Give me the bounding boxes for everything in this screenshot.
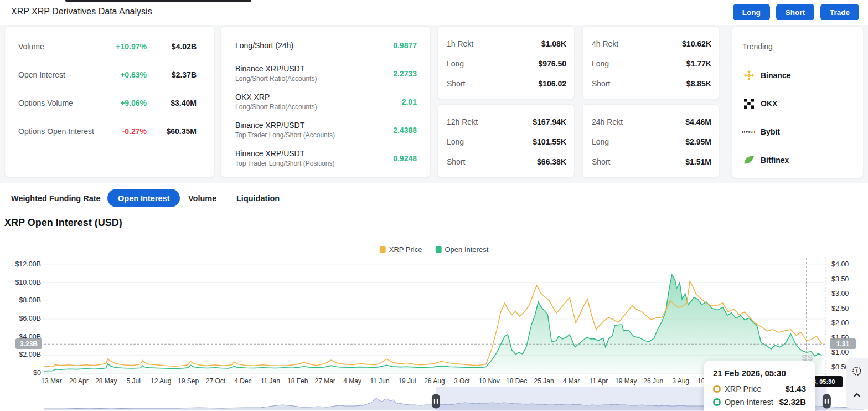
- crosshair-right-badge: 1.31: [830, 338, 856, 349]
- okx-logo: [742, 99, 756, 109]
- handle-bar: [434, 399, 435, 404]
- trending-item-bitfinex[interactable]: Bitfinex: [742, 153, 789, 167]
- y-left-label: $6.00B: [10, 315, 41, 322]
- ratio-subtitle: Top Trader Long/Short (Positions): [235, 160, 393, 167]
- legend-swatch: [380, 246, 386, 253]
- tooltip-series-dot: [713, 398, 721, 406]
- ratio-text: OKX XRPLong/Short Ratio(Accounts): [235, 93, 402, 111]
- rekt-value: $8.85K: [686, 79, 711, 88]
- ratio-value: 2.4388: [393, 126, 417, 135]
- x-tick-label: 10 Nov: [479, 377, 500, 385]
- x-tick-label: 11 Jun: [370, 377, 389, 385]
- bybit-logo-icon: BYBIT: [742, 130, 756, 135]
- rekt-label: 12h Rekt: [447, 117, 533, 126]
- trade-button[interactable]: Trade: [820, 4, 859, 20]
- tooltip-series-value: $2.32B: [779, 397, 806, 407]
- tooltip-rows: XRP Price$1.43Open Interest$2.32B: [713, 384, 806, 407]
- short-button[interactable]: Short: [776, 4, 814, 20]
- trending-item-okx[interactable]: OKX: [742, 97, 777, 110]
- long-button[interactable]: Long: [733, 4, 770, 20]
- y-left-label: $2.00B: [10, 351, 41, 358]
- tab-weighted-funding-rate[interactable]: Weighted Funding Rate: [11, 189, 101, 207]
- tab-open-interest[interactable]: Open Interest: [107, 189, 180, 207]
- y-right-label: $1.00: [831, 348, 849, 356]
- legend-item-xrp-price[interactable]: XRP Price: [380, 245, 422, 254]
- rekt-label: Short: [447, 157, 537, 166]
- rekt-value: $10.62K: [682, 39, 711, 48]
- x-tick-label: 12 Aug: [151, 377, 171, 385]
- navigator-handle-right[interactable]: [823, 394, 831, 409]
- y-right-label: $2.50: [831, 305, 849, 312]
- rekt-label: Long: [447, 137, 533, 146]
- rekt-value: $1.08K: [541, 39, 566, 48]
- rekt-value: $167.94K: [533, 117, 566, 126]
- ratio-value: 0.9877: [393, 41, 417, 50]
- ratio-title: Long/Short (24h): [235, 41, 393, 50]
- ratio-row: Binance XRP/USDTLong/Short Ratio(Account…: [235, 64, 417, 83]
- stat-change: -0.27%: [104, 127, 147, 136]
- market-stats-card: Volume+10.97%$4.02BOpen Interest+0.63%$2…: [4, 26, 215, 177]
- x-tick-label: 18 Dec: [506, 377, 527, 385]
- rekt-label: Long: [592, 137, 685, 146]
- legend-label: XRP Price: [389, 245, 422, 254]
- legend-item-open-interest[interactable]: Open Interest: [435, 245, 488, 254]
- x-tick-label: 19 Sep: [178, 377, 199, 385]
- trending-name: OKX: [761, 99, 777, 108]
- x-tick-label: 26 Jun: [643, 377, 663, 385]
- rekt-row: Long$2.95M: [592, 137, 711, 147]
- handle-grip: [432, 394, 440, 409]
- tooltip-series-dot: [713, 385, 721, 393]
- okx-logo-icon: [744, 99, 754, 109]
- legend-label: Open Interest: [445, 245, 488, 254]
- binance-logo: [742, 70, 756, 81]
- binance-logo-icon: [743, 70, 755, 81]
- x-tick-label: 18 Feb: [287, 377, 308, 385]
- long-short-ratio-card: Long/Short (24h)0.9877Binance XRP/USDTLo…: [220, 26, 431, 177]
- rekt-label: 24h Rekt: [592, 117, 685, 126]
- chart-toolbar: !: [846, 358, 868, 409]
- rekt-value: $101.55K: [533, 137, 566, 146]
- navigator-handle-left[interactable]: [432, 394, 440, 409]
- stat-value: $60.35M: [159, 127, 197, 136]
- y-right-label: $4.00: [831, 260, 849, 268]
- y-right-label: $3.50: [831, 275, 849, 283]
- page-title: XRP XRP Derivatives Data Analysis: [11, 7, 152, 17]
- summary-cards-strip: Volume+10.97%$4.02BOpen Interest+0.63%$2…: [0, 25, 868, 183]
- rekt-row: Short$1.51M: [592, 157, 711, 167]
- chart-tabs: Weighted Funding RateOpen InterestVolume…: [0, 187, 868, 208]
- tab-liquidation[interactable]: Liquidation: [236, 189, 280, 207]
- ratio-row: OKX XRPLong/Short Ratio(Accounts)2.01: [235, 93, 417, 111]
- rekt-label: Short: [592, 79, 686, 88]
- trending-item-binance[interactable]: Binance: [742, 69, 790, 82]
- collapse-button[interactable]: [846, 383, 868, 408]
- tab-volume[interactable]: Volume: [188, 189, 216, 207]
- rekt-card: 4h Rekt$10.62KLong$1.77KShort$8.85K: [582, 26, 720, 100]
- rekt-row: 24h Rekt$4.46M: [592, 117, 711, 127]
- svg-text:!: !: [856, 368, 857, 374]
- trending-item-bybit[interactable]: BYBITBybit: [742, 125, 780, 138]
- rekt-value: $106.02: [538, 79, 566, 88]
- rekt-card: 24h Rekt$4.46MLong$2.95MShort$1.51M: [582, 104, 720, 178]
- open-interest-area: [44, 275, 822, 373]
- trending-title: Trending: [742, 42, 773, 51]
- x-tick-label: 27 Oct: [206, 377, 225, 385]
- tooltip-series-label: Open Interest: [725, 398, 776, 407]
- rekt-value: $976.50: [538, 59, 566, 68]
- ratio-value: 2.2733: [393, 69, 417, 78]
- chart-series: [44, 275, 822, 373]
- x-tick-label: 11 Jan: [261, 377, 280, 385]
- ratio-title: Binance XRP/USDT: [235, 121, 393, 130]
- rekt-row: Long$1.77K: [592, 59, 711, 69]
- stat-value: $4.02B: [159, 42, 197, 51]
- tooltip-series-label: XRP Price: [725, 384, 781, 393]
- handle-bar: [828, 399, 829, 404]
- alert-badge-button[interactable]: !: [846, 359, 868, 383]
- handle-bar: [437, 399, 438, 404]
- ratio-value: 2.01: [402, 97, 417, 106]
- ratio-value: 0.9248: [393, 154, 417, 163]
- ratio-text: Binance XRP/USDTTop Trader Long/Short (P…: [235, 149, 393, 167]
- rekt-row: 4h Rekt$10.62K: [592, 39, 711, 49]
- bitfinex-logo: [742, 154, 756, 166]
- rekt-label: Short: [592, 157, 685, 166]
- stat-change: +0.63%: [104, 70, 147, 79]
